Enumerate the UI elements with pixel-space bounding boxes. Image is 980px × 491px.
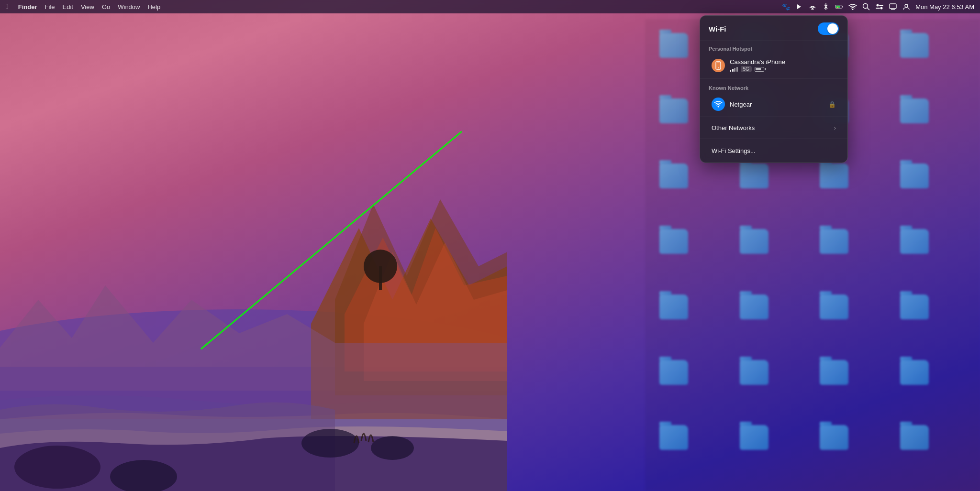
svg-point-17 xyxy=(863,4,868,9)
hotspot-signal-bars xyxy=(730,67,738,72)
desktop-folder xyxy=(815,421,853,454)
notification-icon[interactable] xyxy=(889,2,897,11)
edit-menu[interactable]: Edit xyxy=(63,3,73,11)
signal-bar-3 xyxy=(734,68,735,72)
play-icon[interactable] xyxy=(795,2,803,11)
svg-marker-10 xyxy=(797,4,801,9)
wifi-network-icon xyxy=(712,98,725,111)
hotspot-battery xyxy=(755,67,766,72)
svg-text:⚡: ⚡ xyxy=(836,6,839,9)
menubar-left:  Finder File Edit View Go Window Help xyxy=(6,2,781,11)
signal-bar-1 xyxy=(730,70,731,72)
bluetooth-icon[interactable] xyxy=(822,2,830,11)
airplay-icon[interactable] xyxy=(808,2,817,11)
finder-menu[interactable]: Finder xyxy=(18,3,37,11)
wifi-panel: Wi-Fi Personal Hotspot Cassandra's iPhon… xyxy=(700,15,848,163)
desktop-folder xyxy=(895,159,934,193)
known-network-info: Netgear xyxy=(730,101,828,108)
svg-point-27 xyxy=(718,67,719,68)
desktop-folder xyxy=(735,225,773,258)
signal-bar-2 xyxy=(732,69,734,72)
panel-divider-1 xyxy=(700,78,847,78)
spotlight-icon[interactable] xyxy=(862,2,870,11)
other-networks-row[interactable]: Other Networks › xyxy=(703,119,845,137)
wifi-panel-title: Wi-Fi xyxy=(709,25,726,33)
wifi-panel-header: Wi-Fi xyxy=(700,16,847,41)
svg-rect-23 xyxy=(890,4,896,9)
panel-divider-2 xyxy=(700,117,847,117)
desktop-folder xyxy=(895,225,934,258)
desktop-folder xyxy=(735,421,773,454)
desktop-folder xyxy=(735,356,773,389)
svg-point-20 xyxy=(880,7,883,10)
network-lock-icon: 🔒 xyxy=(828,101,836,108)
growl-icon[interactable]: 🐾 xyxy=(781,2,790,11)
signal-bar-4 xyxy=(736,67,738,72)
svg-line-18 xyxy=(868,8,870,11)
known-network-item[interactable]: Netgear 🔒 xyxy=(703,94,845,115)
personal-hotspot-label: Personal Hotspot xyxy=(700,41,847,54)
svg-rect-4 xyxy=(379,266,382,290)
hotspot-meta: 5G xyxy=(730,66,836,72)
view-menu[interactable]: View xyxy=(81,3,94,11)
go-menu[interactable]: Go xyxy=(102,3,110,11)
desktop-folder xyxy=(735,159,773,193)
hotspot-icon xyxy=(712,59,725,72)
desktop-folder xyxy=(895,356,934,389)
window-menu[interactable]: Window xyxy=(118,3,140,11)
svg-rect-22 xyxy=(876,8,880,9)
svg-rect-13 xyxy=(842,6,843,7)
svg-point-19 xyxy=(877,4,879,7)
desktop-folder xyxy=(895,290,934,324)
desktop-folder xyxy=(655,421,693,454)
control-center-icon[interactable] xyxy=(875,2,884,11)
known-network-name: Netgear xyxy=(730,101,828,108)
svg-point-7 xyxy=(14,446,100,489)
desktop-folder xyxy=(895,421,934,454)
other-networks-label: Other Networks xyxy=(712,124,755,131)
wifi-menubar-icon[interactable] xyxy=(848,2,857,11)
help-menu[interactable]: Help xyxy=(147,3,160,11)
desktop-folder xyxy=(655,94,693,128)
svg-point-6 xyxy=(371,436,414,460)
desktop-folder xyxy=(655,290,693,324)
hotspot-network-info: Cassandra's iPhone 5G xyxy=(730,58,836,72)
desktop-folder xyxy=(655,356,693,389)
svg-point-16 xyxy=(852,9,854,10)
desktop-folder xyxy=(815,356,853,389)
svg-point-5 xyxy=(301,429,359,458)
wifi-settings-row[interactable]: Wi-Fi Settings... xyxy=(703,141,845,162)
svg-rect-21 xyxy=(879,5,883,6)
desktop-folder xyxy=(655,225,693,258)
apple-menu[interactable]:  xyxy=(6,2,9,11)
svg-rect-28 xyxy=(717,62,720,63)
svg-point-29 xyxy=(718,106,719,108)
desktop-folder xyxy=(815,225,853,258)
wifi-settings-label: Wi-Fi Settings... xyxy=(712,147,756,154)
wifi-toggle[interactable] xyxy=(818,22,839,35)
datetime-display: Mon May 22 6:53 AM xyxy=(915,3,974,11)
panel-divider-3 xyxy=(700,139,847,139)
desktop-folder xyxy=(655,29,693,62)
menubar-right: 🐾 ⚡ xyxy=(781,2,974,11)
hotspot-5g-badge: 5G xyxy=(741,66,752,72)
menubar:  Finder File Edit View Go Window Help 🐾 xyxy=(0,0,980,13)
svg-point-25 xyxy=(905,4,908,7)
desktop-folder xyxy=(895,29,934,62)
user-icon[interactable] xyxy=(902,2,911,11)
desktop-folder xyxy=(735,290,773,324)
wifi-toggle-knob xyxy=(827,23,838,34)
desktop-folder xyxy=(815,159,853,193)
known-network-label: Known Network xyxy=(700,80,847,93)
wallpaper-landscape xyxy=(0,132,507,491)
file-menu[interactable]: File xyxy=(45,3,55,11)
battery-icon: ⚡ xyxy=(835,2,844,11)
desktop-folder xyxy=(895,94,934,128)
desktop-folder xyxy=(655,159,693,193)
other-networks-chevron-icon: › xyxy=(834,124,836,131)
hotspot-network-name: Cassandra's iPhone xyxy=(730,58,836,65)
desktop-folder xyxy=(815,290,853,324)
hotspot-network-item[interactable]: Cassandra's iPhone 5G xyxy=(703,55,845,76)
